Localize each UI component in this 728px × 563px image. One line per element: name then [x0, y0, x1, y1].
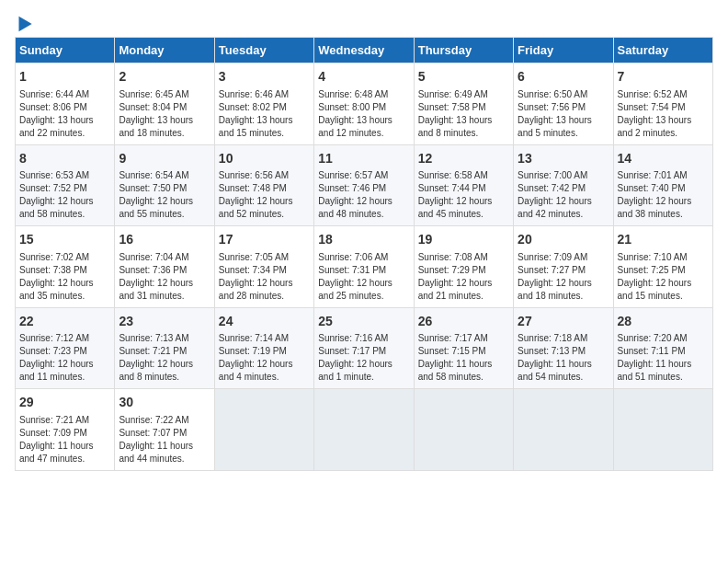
day-info-line: Sunrise: 7:00 AM — [518, 169, 609, 182]
day-info-line: Sunset: 7:11 PM — [618, 345, 709, 358]
day-info-line: Daylight: 11 hours and 54 minutes. — [518, 358, 609, 384]
day-number: 28 — [618, 313, 709, 331]
day-info-line: Sunrise: 7:16 AM — [318, 332, 409, 345]
day-info-line: Daylight: 12 hours and 25 minutes. — [318, 277, 409, 303]
day-cell — [314, 389, 414, 471]
day-number: 3 — [219, 68, 310, 86]
day-info-line: Sunrise: 6:54 AM — [119, 169, 210, 182]
day-info-line: Sunset: 7:58 PM — [418, 101, 509, 114]
day-info-line: Daylight: 12 hours and 1 minute. — [318, 358, 409, 384]
svg-marker-0 — [19, 17, 32, 32]
day-info-line: Sunrise: 7:22 AM — [119, 414, 210, 427]
week-row-2: 15Sunrise: 7:02 AMSunset: 7:38 PMDayligh… — [16, 226, 713, 308]
header-day-friday: Friday — [514, 38, 613, 63]
header-day-tuesday: Tuesday — [214, 38, 313, 63]
day-info-line: Sunset: 7:36 PM — [119, 264, 210, 277]
day-number: 4 — [318, 68, 409, 86]
day-cell: 14Sunrise: 7:01 AMSunset: 7:40 PMDayligh… — [613, 144, 712, 226]
day-number: 9 — [119, 150, 210, 168]
day-info-line: Sunrise: 6:44 AM — [19, 88, 110, 101]
day-cell: 9Sunrise: 6:54 AMSunset: 7:50 PMDaylight… — [115, 144, 214, 226]
day-number: 10 — [219, 150, 310, 168]
day-info-line: Sunrise: 6:56 AM — [219, 169, 310, 182]
day-number: 26 — [418, 313, 509, 331]
day-info-line: Sunrise: 6:52 AM — [618, 88, 709, 101]
day-cell — [414, 389, 513, 471]
day-info-line: Sunrise: 7:06 AM — [318, 251, 409, 264]
day-info-line: Sunset: 7:38 PM — [19, 264, 110, 277]
day-number: 29 — [19, 394, 110, 412]
day-cell: 15Sunrise: 7:02 AMSunset: 7:38 PMDayligh… — [16, 226, 115, 308]
day-info-line: Sunset: 7:52 PM — [19, 182, 110, 195]
day-cell: 28Sunrise: 7:20 AMSunset: 7:11 PMDayligh… — [613, 307, 712, 389]
day-info-line: Sunset: 7:34 PM — [219, 264, 310, 277]
day-number: 20 — [518, 231, 609, 249]
day-info-line: Sunrise: 7:08 AM — [418, 251, 509, 264]
day-cell — [214, 389, 313, 471]
day-info-line: Daylight: 12 hours and 58 minutes. — [19, 195, 110, 221]
day-info-line: Daylight: 13 hours and 5 minutes. — [518, 114, 609, 140]
header — [15, 15, 713, 29]
day-info-line: Sunset: 7:09 PM — [19, 427, 110, 440]
day-cell: 24Sunrise: 7:14 AMSunset: 7:19 PMDayligh… — [214, 307, 313, 389]
day-info-line: Daylight: 11 hours and 51 minutes. — [618, 358, 709, 384]
logo — [15, 15, 35, 29]
day-info-line: Sunrise: 7:05 AM — [219, 251, 310, 264]
day-info-line: Daylight: 12 hours and 35 minutes. — [19, 277, 110, 303]
calendar-body: 1Sunrise: 6:44 AMSunset: 8:06 PMDaylight… — [16, 63, 713, 471]
day-cell: 5Sunrise: 6:49 AMSunset: 7:58 PMDaylight… — [414, 63, 513, 145]
header-day-wednesday: Wednesday — [314, 38, 414, 63]
day-number: 21 — [618, 231, 709, 249]
day-cell: 21Sunrise: 7:10 AMSunset: 7:25 PMDayligh… — [613, 226, 712, 308]
day-cell: 22Sunrise: 7:12 AMSunset: 7:23 PMDayligh… — [16, 307, 115, 389]
day-number: 2 — [119, 68, 210, 86]
day-info-line: Sunrise: 6:58 AM — [418, 169, 509, 182]
day-info-line: Sunset: 7:17 PM — [318, 345, 409, 358]
day-cell: 16Sunrise: 7:04 AMSunset: 7:36 PMDayligh… — [115, 226, 214, 308]
day-info-line: Sunrise: 7:18 AM — [518, 332, 609, 345]
day-cell: 4Sunrise: 6:48 AMSunset: 8:00 PMDaylight… — [314, 63, 414, 145]
header-day-monday: Monday — [115, 38, 214, 63]
day-info-line: Daylight: 13 hours and 15 minutes. — [219, 114, 310, 140]
day-cell: 7Sunrise: 6:52 AMSunset: 7:54 PMDaylight… — [613, 63, 712, 145]
day-number: 22 — [19, 313, 110, 331]
week-row-4: 29Sunrise: 7:21 AMSunset: 7:09 PMDayligh… — [16, 389, 713, 471]
day-cell: 25Sunrise: 7:16 AMSunset: 7:17 PMDayligh… — [314, 307, 414, 389]
day-cell: 18Sunrise: 7:06 AMSunset: 7:31 PMDayligh… — [314, 226, 414, 308]
day-number: 24 — [219, 313, 310, 331]
day-info-line: Sunrise: 7:13 AM — [119, 332, 210, 345]
day-cell: 26Sunrise: 7:17 AMSunset: 7:15 PMDayligh… — [414, 307, 513, 389]
day-info-line: Sunrise: 6:57 AM — [318, 169, 409, 182]
day-info-line: Daylight: 13 hours and 22 minutes. — [19, 114, 110, 140]
day-cell: 1Sunrise: 6:44 AMSunset: 8:06 PMDaylight… — [16, 63, 115, 145]
day-info-line: Daylight: 11 hours and 47 minutes. — [19, 440, 110, 465]
day-info-line: Daylight: 12 hours and 4 minutes. — [219, 358, 310, 384]
day-info-line: Sunset: 7:56 PM — [518, 101, 609, 114]
day-number: 1 — [19, 68, 110, 86]
day-info-line: Sunset: 7:07 PM — [119, 427, 210, 440]
day-info-line: Daylight: 12 hours and 48 minutes. — [318, 195, 409, 221]
day-info-line: Daylight: 12 hours and 21 minutes. — [418, 277, 509, 303]
day-number: 30 — [119, 394, 210, 412]
week-row-1: 8Sunrise: 6:53 AMSunset: 7:52 PMDaylight… — [16, 144, 713, 226]
day-info-line: Sunrise: 7:12 AM — [19, 332, 110, 345]
day-info-line: Sunrise: 6:50 AM — [518, 88, 609, 101]
day-info-line: Sunset: 7:23 PM — [19, 345, 110, 358]
day-number: 7 — [618, 68, 709, 86]
logo-flag-icon — [17, 15, 35, 33]
day-number: 5 — [418, 68, 509, 86]
day-info-line: Sunrise: 7:20 AM — [618, 332, 709, 345]
day-info-line: Sunrise: 7:21 AM — [19, 414, 110, 427]
day-number: 27 — [518, 313, 609, 331]
day-number: 8 — [19, 150, 110, 168]
day-cell: 20Sunrise: 7:09 AMSunset: 7:27 PMDayligh… — [514, 226, 613, 308]
day-cell: 2Sunrise: 6:45 AMSunset: 8:04 PMDaylight… — [115, 63, 214, 145]
day-number: 16 — [119, 231, 210, 249]
header-day-thursday: Thursday — [414, 38, 513, 63]
day-cell: 6Sunrise: 6:50 AMSunset: 7:56 PMDaylight… — [514, 63, 613, 145]
day-number: 13 — [518, 150, 609, 168]
calendar-header: SundayMondayTuesdayWednesdayThursdayFrid… — [16, 38, 713, 63]
day-number: 11 — [318, 150, 409, 168]
day-number: 18 — [318, 231, 409, 249]
day-info-line: Sunset: 7:31 PM — [318, 264, 409, 277]
